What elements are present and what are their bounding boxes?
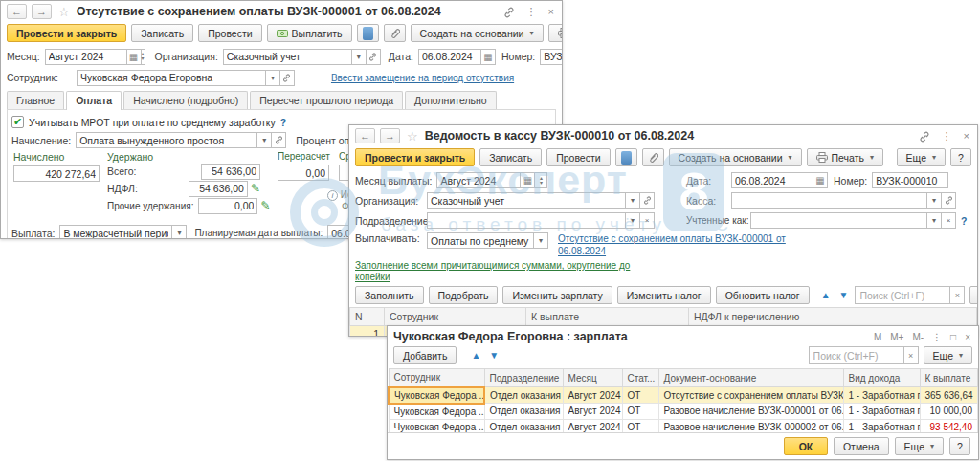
write-button[interactable]: Записать xyxy=(479,148,542,166)
base-document-link[interactable]: Отсутствие с сохранением оплаты ВУЗК-000… xyxy=(558,232,835,257)
accrued-input[interactable] xyxy=(13,165,100,182)
more-button[interactable]: Еще▾ xyxy=(969,286,978,304)
tab-nachisleno[interactable]: Начислено (подробно) xyxy=(123,91,248,109)
pay-button[interactable]: Выплатить xyxy=(267,24,352,42)
cell-month[interactable]: Август 2024 xyxy=(563,404,622,420)
add-button[interactable]: Добавить xyxy=(393,346,457,364)
favorite-icon[interactable]: ☆ xyxy=(58,5,70,19)
mrot-help-icon[interactable]: ? xyxy=(280,117,286,128)
post-button[interactable]: Провести xyxy=(198,24,261,42)
total-input[interactable] xyxy=(201,164,260,180)
table-row[interactable]: Чуковская Федора ... Отдел оказания ... … xyxy=(389,387,978,404)
close-icon[interactable]: × xyxy=(964,130,969,142)
col-header-dept[interactable]: Подразделение xyxy=(484,369,563,387)
cell-amount[interactable]: 10 000,00 xyxy=(920,404,978,420)
number-input[interactable] xyxy=(540,49,563,65)
cell-status[interactable]: ОТ xyxy=(622,404,658,420)
forward-icon[interactable]: → xyxy=(380,128,400,143)
back-icon[interactable]: ← xyxy=(355,128,375,143)
fill-amounts-link[interactable]: Заполнение всеми причитающимися суммами,… xyxy=(355,260,642,283)
memory-m-button[interactable]: M xyxy=(874,332,881,342)
nav-link-icon[interactable] xyxy=(919,129,930,142)
cell-n[interactable]: 1 xyxy=(350,326,385,338)
dropdown-icon[interactable]: ▾ xyxy=(626,192,640,209)
cell-month[interactable]: Август 2024 xyxy=(563,387,622,404)
substitute-link[interactable]: Ввести замещение на период отсутствия xyxy=(331,73,514,83)
change-tax-button[interactable]: Изменить налог xyxy=(617,286,711,304)
clear-search-icon[interactable]: × xyxy=(950,286,965,304)
dropdown-icon[interactable]: ▾ xyxy=(352,49,367,65)
update-tax-button[interactable]: Обновить налог xyxy=(716,286,810,304)
tab-pereschet[interactable]: Пересчет прошлого периода xyxy=(250,91,403,109)
search-input[interactable] xyxy=(855,286,950,304)
more-menu-icon[interactable]: ⋮ xyxy=(526,6,537,18)
calendar-icon[interactable]: ▦ xyxy=(127,49,142,65)
print-button[interactable]: Печать▾ xyxy=(807,148,883,166)
cell-dept[interactable]: Отдел оказания ... xyxy=(484,387,563,404)
move-down-icon[interactable]: ▼ xyxy=(837,290,851,300)
cell-income[interactable]: 1 - Заработная пл... xyxy=(843,387,920,404)
other-withholds-input[interactable] xyxy=(198,198,257,214)
dept-input[interactable] xyxy=(427,212,626,229)
col-header-income[interactable]: Вид дохода xyxy=(843,369,920,387)
more-menu-icon[interactable]: ⋮ xyxy=(932,332,942,342)
clear-search-icon[interactable]: × xyxy=(904,346,919,364)
pay-month-input[interactable] xyxy=(436,172,521,188)
dropdown-icon[interactable]: ▾ xyxy=(257,132,272,148)
ndfl-input[interactable] xyxy=(189,181,248,197)
clear-icon[interactable]: × xyxy=(640,212,655,229)
org-input[interactable] xyxy=(427,192,626,209)
col-header-status[interactable]: Стат... xyxy=(622,369,658,387)
cancel-button[interactable]: Отмена xyxy=(834,437,889,455)
accounted-help-icon[interactable]: ? xyxy=(961,215,967,227)
back-icon[interactable]: ← xyxy=(7,4,27,19)
post-button[interactable]: Провести xyxy=(546,148,610,166)
cell-amount[interactable]: 365 636,64 xyxy=(920,387,978,404)
memory-minus-button[interactable]: M- xyxy=(912,332,924,342)
col-header-month[interactable]: Месяц xyxy=(563,369,622,387)
cell-doc[interactable]: Разовое начисление ВУЗК-000001 от 06.08.… xyxy=(658,404,843,420)
dropdown-icon[interactable]: ▾ xyxy=(266,70,280,86)
col-header-doc[interactable]: Документ-основание xyxy=(658,369,843,387)
post-and-close-button[interactable]: Провести и закрыть xyxy=(7,24,126,42)
pay-month-stepper[interactable]: ▴▾ xyxy=(535,172,547,188)
create-based-on-button[interactable]: Создать на основании▾ xyxy=(669,148,802,166)
accounted-as-input[interactable] xyxy=(750,212,927,229)
more-button[interactable]: Еще▾ xyxy=(924,346,972,364)
month-input[interactable] xyxy=(45,49,127,65)
cell-dept[interactable]: Отдел оказания ... xyxy=(484,404,563,420)
org-input[interactable] xyxy=(223,49,352,65)
maximize-icon[interactable]: □ xyxy=(950,332,956,342)
col-header-employee[interactable]: Сотрудник xyxy=(389,369,484,387)
help-button[interactable]: ? xyxy=(949,437,970,455)
table-row[interactable]: Чуковская Федора ... Отдел оказания ... … xyxy=(389,404,978,420)
attachments-button[interactable] xyxy=(642,148,664,166)
ok-button[interactable]: ОК xyxy=(784,437,828,455)
edit-pencil-icon[interactable]: ✎ xyxy=(251,182,260,195)
open-link-icon[interactable] xyxy=(942,192,956,209)
dropdown-icon[interactable]: ▾ xyxy=(626,212,640,229)
forward-icon[interactable]: → xyxy=(32,4,52,19)
dropdown-icon[interactable]: ▾ xyxy=(172,225,187,239)
cell-employee-selected[interactable]: Чуковская Федора ... xyxy=(389,387,484,404)
pick-button[interactable]: Подобрать xyxy=(429,286,499,304)
col-header-amount[interactable]: К выплате xyxy=(920,369,978,387)
date-input[interactable] xyxy=(731,172,813,188)
cell-status[interactable]: ОТ xyxy=(622,387,658,404)
tab-glavnoe[interactable]: Главное xyxy=(7,91,64,109)
dropdown-icon[interactable]: ▾ xyxy=(534,232,548,249)
search-input[interactable] xyxy=(809,346,904,364)
tab-oplata[interactable]: Оплата xyxy=(66,91,122,110)
reports-icon-button[interactable] xyxy=(615,148,637,166)
attachments-button[interactable] xyxy=(384,24,406,42)
dropdown-icon[interactable]: ▾ xyxy=(927,212,942,229)
reports-icon-button[interactable] xyxy=(357,24,379,42)
more-button[interactable]: Еще▾ xyxy=(897,148,946,166)
calendar-icon[interactable]: ▦ xyxy=(813,172,828,188)
col-header-ndfl[interactable]: НДФЛ к перечислению xyxy=(689,308,977,326)
number-input[interactable] xyxy=(872,172,948,188)
open-link-icon[interactable] xyxy=(280,70,295,86)
pay-what-select[interactable] xyxy=(427,232,534,249)
calendar-icon[interactable]: ▦ xyxy=(481,49,496,65)
date-input[interactable] xyxy=(418,49,481,65)
